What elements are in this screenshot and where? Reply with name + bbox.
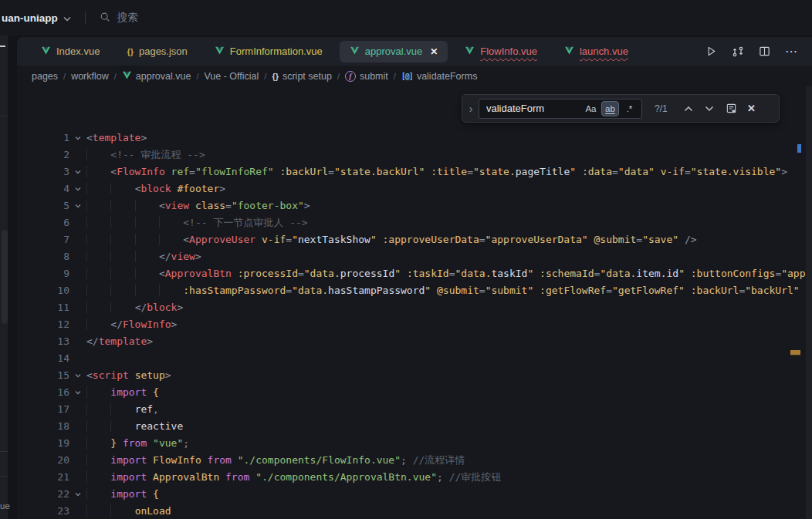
- fold-chevron-icon[interactable]: [69, 163, 86, 180]
- tab-flowinfo-vue[interactable]: FlowInfo.vue: [455, 41, 547, 62]
- line-content: <template>: [86, 130, 812, 147]
- code-editor[interactable]: 1<template>2 <!-- 审批流程 -->3 <FlowInfo re…: [17, 86, 812, 519]
- project-switcher[interactable]: uan-uniapp: [2, 12, 71, 24]
- vue-icon: [564, 45, 574, 58]
- line-content: ref,: [86, 401, 812, 418]
- global-search[interactable]: 搜索: [100, 11, 138, 25]
- fold-chevron-icon[interactable]: [69, 130, 86, 147]
- tab-pages-json[interactable]: {}pages.json: [117, 41, 197, 62]
- fold-gutter: [69, 452, 86, 469]
- chevron-down-icon: [63, 12, 71, 24]
- breadcrumb-item-script-setup[interactable]: {}script setup: [272, 71, 331, 82]
- tab-bar: Index.vue{}pages.jsonFormInformation.vue…: [17, 37, 812, 66]
- find-widget: › validateForm Aa ab .* ?/1 ✕: [462, 94, 780, 123]
- code-line: 9 <ApprovalBtn :processId="data.processI…: [17, 265, 812, 282]
- field-symbol-icon: [@]: [401, 72, 413, 80]
- line-number: 11: [17, 299, 69, 316]
- vue-icon: [465, 45, 475, 58]
- fold-chevron-icon[interactable]: [69, 486, 86, 503]
- fold-gutter: [69, 503, 86, 519]
- line-number: 16: [17, 384, 69, 401]
- previous-match-icon[interactable]: [684, 106, 693, 112]
- fold-chevron-icon[interactable]: [69, 180, 86, 197]
- split-editor-icon[interactable]: [759, 45, 770, 57]
- close-find-icon[interactable]: ✕: [747, 103, 756, 114]
- breadcrumb-label: Vue - Official: [204, 71, 259, 82]
- breadcrumb-item-submit[interactable]: fsubmit: [345, 71, 388, 82]
- vue-icon: [350, 45, 360, 58]
- fold-chevron-icon[interactable]: [69, 384, 86, 401]
- fold-chevron-icon[interactable]: [69, 367, 86, 384]
- compare-changes-icon[interactable]: [732, 45, 744, 58]
- more-actions-icon[interactable]: ⋯: [785, 48, 798, 56]
- line-number: 7: [17, 231, 69, 248]
- line-content: <!-- 下一节点审批人 -->: [86, 214, 812, 231]
- vue-icon: [215, 45, 225, 58]
- whole-word-button[interactable]: ab: [601, 101, 619, 116]
- line-number: 14: [17, 350, 69, 367]
- fold-gutter: [69, 316, 86, 333]
- breadcrumb-label: validateForms: [417, 71, 478, 82]
- fold-gutter: [69, 265, 86, 282]
- code-line: 4 <block #footer>: [17, 180, 812, 197]
- breadcrumb-item-validateforms[interactable]: [@]validateForms: [401, 71, 478, 82]
- tab-forminformation-vue[interactable]: FormInformation.vue: [205, 41, 333, 62]
- breadcrumb-separator: /: [196, 72, 198, 81]
- line-content: </FlowInfo>: [86, 316, 812, 333]
- editor-group: Index.vue{}pages.jsonFormInformation.vue…: [17, 37, 812, 519]
- fold-gutter: [69, 299, 86, 316]
- line-content: import ApprovalBtn from "./components/Ap…: [86, 469, 812, 486]
- tab-label: FormInformation.vue: [230, 45, 323, 57]
- tab-index-vue[interactable]: Index.vue: [31, 41, 110, 62]
- project-name: uan-uniapp: [2, 12, 58, 24]
- search-match-marker: [797, 144, 801, 153]
- fold-gutter: [69, 350, 86, 367]
- close-icon[interactable]: ✕: [430, 46, 438, 57]
- breadcrumb-separator: /: [394, 72, 396, 81]
- editor-scrollbar[interactable]: [806, 86, 812, 519]
- breadcrumb: pages/workflow/approval.vue/Vue - Offici…: [17, 66, 812, 86]
- sidebar-divider: [0, 476, 8, 477]
- line-number: 17: [17, 401, 69, 418]
- next-match-icon[interactable]: [705, 106, 714, 112]
- run-icon[interactable]: [705, 45, 717, 57]
- code-line: 10 :hasStampPassword="data.hasStampPassw…: [17, 282, 812, 299]
- line-number: 19: [17, 435, 69, 452]
- breadcrumb-item-approval-vue[interactable]: approval.vue: [122, 70, 191, 83]
- fold-gutter: [69, 435, 86, 452]
- breadcrumb-item-pages[interactable]: pages: [32, 71, 58, 82]
- sidebar-dash-icon: [0, 45, 5, 47]
- braces-icon: {}: [127, 47, 134, 56]
- breadcrumb-label: approval.vue: [136, 71, 191, 82]
- code-line: 13</template>: [17, 333, 812, 350]
- line-content: } from "vue";: [86, 435, 812, 452]
- breadcrumb-item-vue-official[interactable]: Vue - Official: [204, 71, 259, 82]
- line-number: 1: [17, 130, 69, 147]
- code-line: 2 <!-- 审批流程 -->: [17, 147, 812, 163]
- code-line: 15<script setup>: [17, 367, 812, 384]
- regex-button[interactable]: .*: [621, 101, 638, 116]
- line-number: 23: [17, 503, 69, 519]
- search-placeholder: 搜索: [117, 11, 138, 25]
- fold-chevron-icon[interactable]: [69, 197, 86, 214]
- titlebar-divider: [85, 12, 86, 24]
- breadcrumb-item-workflow[interactable]: workflow: [71, 71, 109, 82]
- sidebar-partial-filename: ue: [0, 501, 10, 511]
- code-line: 6 <!-- 下一节点审批人 -->: [17, 214, 812, 231]
- sidebar-scrollbar[interactable]: [2, 230, 8, 324]
- line-content: <!-- 审批流程 -->: [86, 147, 812, 163]
- match-case-button[interactable]: Aa: [582, 101, 600, 116]
- find-input[interactable]: validateForm Aa ab .*: [479, 99, 642, 119]
- fold-gutter: [69, 248, 86, 265]
- line-content: <ApproveUser v-if="nextTaskShow" :approv…: [86, 231, 812, 248]
- code-line: 3 <FlowInfo ref="flowInfoRef" :backUrl="…: [17, 163, 812, 180]
- toggle-replace-icon[interactable]: ›: [465, 103, 477, 115]
- tab-approval-vue[interactable]: approval.vue✕: [340, 41, 448, 62]
- function-symbol-icon: f: [345, 71, 356, 82]
- overview-ruler-marker: [790, 350, 800, 355]
- find-in-selection-icon[interactable]: [726, 103, 737, 114]
- line-content: import {: [86, 486, 812, 503]
- breadcrumb-label: pages: [32, 71, 58, 82]
- tab-label: FlowInfo.vue: [480, 45, 537, 57]
- tab-launch-vue[interactable]: launch.vue: [554, 41, 638, 62]
